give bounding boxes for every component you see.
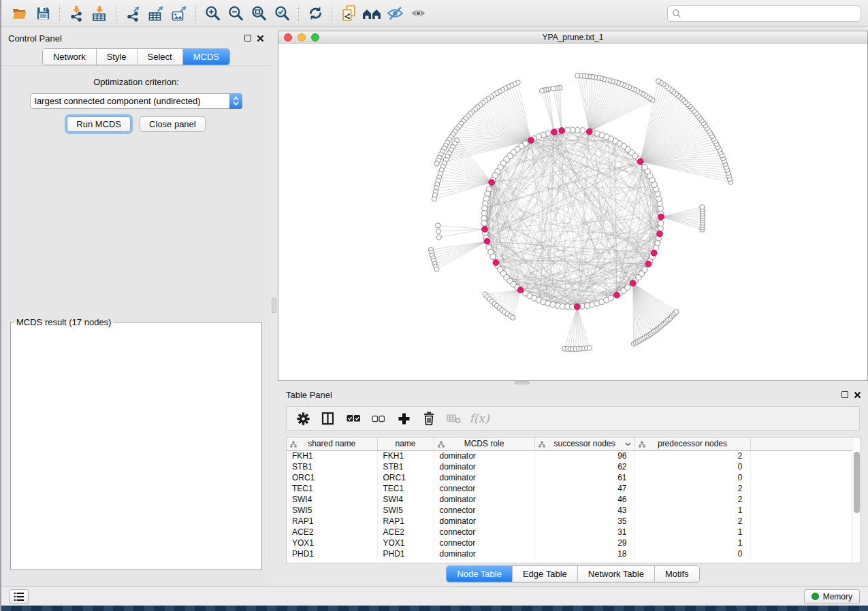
table-cell[interactable]: 96 bbox=[534, 450, 634, 461]
table-cell[interactable]: STB1 bbox=[377, 461, 434, 472]
close-panel-icon[interactable] bbox=[257, 35, 264, 42]
tab-edge-table[interactable]: Edge Table bbox=[513, 566, 578, 582]
column-header-predecessor-nodes[interactable]: predecessor nodes bbox=[634, 437, 750, 450]
table-cell[interactable]: dominator bbox=[434, 548, 534, 559]
table-settings-button[interactable] bbox=[293, 409, 312, 428]
tab-network-table[interactable]: Network Table bbox=[578, 566, 655, 582]
table-row[interactable]: SWI4SWI4dominator462 bbox=[287, 494, 853, 505]
table-cell[interactable]: 2 bbox=[634, 516, 750, 527]
table-cell[interactable]: TEC1 bbox=[287, 483, 377, 494]
zoom-selected-button[interactable] bbox=[270, 3, 293, 24]
network-graph[interactable] bbox=[278, 44, 868, 380]
tab-network[interactable]: Network bbox=[43, 49, 97, 65]
table-cell[interactable]: 0 bbox=[634, 472, 750, 483]
float-panel-icon[interactable] bbox=[244, 35, 251, 42]
criterion-select[interactable]: largest connected component (undirected) bbox=[30, 93, 242, 109]
import-table-button[interactable] bbox=[88, 3, 111, 24]
table-cell[interactable]: 2 bbox=[634, 450, 750, 461]
table-cell[interactable]: SWI5 bbox=[287, 505, 377, 516]
table-cell[interactable]: 61 bbox=[534, 472, 634, 483]
table-row[interactable]: ORC1ORC1dominator610 bbox=[287, 472, 853, 483]
horizontal-splitter[interactable] bbox=[278, 381, 868, 384]
table-cell[interactable]: SWI5 bbox=[377, 505, 434, 516]
table-cell[interactable]: PHD1 bbox=[287, 548, 377, 559]
table-row[interactable]: FKH1FKH1dominator962 bbox=[287, 450, 853, 461]
clone-network-button[interactable] bbox=[337, 3, 360, 24]
table-cell[interactable]: SWI4 bbox=[287, 494, 377, 505]
table-cell[interactable]: 35 bbox=[534, 516, 634, 527]
deselect-all-button[interactable] bbox=[369, 409, 388, 428]
search-input[interactable] bbox=[681, 9, 856, 18]
memory-button[interactable]: Memory bbox=[804, 589, 860, 604]
table-cell[interactable]: connector bbox=[434, 505, 534, 516]
function-builder-button[interactable]: f(x) bbox=[470, 409, 489, 428]
table-cell[interactable]: YOX1 bbox=[377, 538, 434, 548]
table-cell[interactable]: connector bbox=[434, 483, 534, 494]
table-cell[interactable]: FKH1 bbox=[287, 450, 377, 461]
table-cell[interactable]: ACE2 bbox=[377, 527, 434, 538]
table-cell[interactable]: ORC1 bbox=[287, 472, 377, 483]
zoom-out-button[interactable] bbox=[224, 3, 247, 24]
import-network-button[interactable] bbox=[65, 3, 88, 24]
float-panel-icon[interactable] bbox=[841, 391, 848, 398]
vertical-splitter[interactable] bbox=[271, 27, 278, 587]
close-panel-icon[interactable] bbox=[854, 391, 861, 399]
column-header-successor-nodes[interactable]: successor nodes bbox=[534, 437, 634, 450]
table-row[interactable]: PHD1PHD1dominator180 bbox=[287, 548, 853, 559]
open-session-button[interactable] bbox=[8, 3, 31, 24]
table-cell[interactable]: 2 bbox=[634, 483, 750, 494]
table-row[interactable]: STB1STB1dominator620 bbox=[287, 461, 853, 472]
table-row[interactable]: YOX1YOX1connector291 bbox=[287, 538, 853, 548]
table-cell[interactable]: TEC1 bbox=[377, 483, 434, 494]
table-cell[interactable]: 46 bbox=[534, 494, 634, 505]
select-all-button[interactable] bbox=[344, 409, 363, 428]
export-network-button[interactable] bbox=[121, 3, 144, 24]
tab-select[interactable]: Select bbox=[138, 49, 183, 65]
tab-mcds[interactable]: MCDS bbox=[183, 49, 229, 65]
save-session-button[interactable] bbox=[31, 3, 54, 24]
table-cell[interactable]: RAP1 bbox=[287, 516, 377, 527]
table-cell[interactable]: 0 bbox=[634, 461, 750, 472]
export-image-button[interactable] bbox=[167, 3, 191, 24]
table-cell[interactable]: 29 bbox=[534, 538, 634, 548]
table-row[interactable]: SWI5SWI5connector431 bbox=[287, 505, 853, 516]
column-header-shared-name[interactable]: shared name bbox=[287, 437, 377, 450]
table-cell[interactable]: 31 bbox=[534, 527, 634, 538]
table-cell[interactable]: ORC1 bbox=[377, 472, 434, 483]
table-cell[interactable]: 1 bbox=[634, 538, 750, 548]
splitter-grip[interactable] bbox=[272, 298, 276, 313]
table-cell[interactable]: 62 bbox=[534, 461, 634, 472]
close-panel-button[interactable]: Close panel bbox=[140, 116, 206, 132]
add-column-button[interactable] bbox=[394, 409, 413, 428]
column-header-name[interactable]: name bbox=[377, 437, 434, 450]
search-networks-button[interactable] bbox=[360, 3, 383, 24]
table-cell[interactable]: 47 bbox=[534, 483, 634, 494]
delete-columns-button[interactable] bbox=[419, 409, 438, 428]
tab-style[interactable]: Style bbox=[97, 49, 138, 65]
table-row[interactable]: ACE2ACE2connector311 bbox=[287, 527, 853, 538]
table-scrollbar-thumb[interactable] bbox=[854, 452, 860, 513]
table-cell[interactable]: 43 bbox=[534, 505, 634, 516]
show-all-button[interactable] bbox=[406, 3, 430, 24]
table-cell[interactable]: 1 bbox=[634, 505, 750, 516]
table-cell[interactable]: dominator bbox=[434, 461, 534, 472]
table-cell[interactable]: RAP1 bbox=[377, 516, 434, 527]
column-header-mcds-role[interactable]: MCDS role bbox=[434, 437, 534, 450]
tab-motifs[interactable]: Motifs bbox=[655, 566, 699, 582]
table-cell[interactable]: dominator bbox=[434, 472, 534, 483]
table-row[interactable]: TEC1TEC1connector472 bbox=[287, 483, 853, 494]
delete-table-button[interactable] bbox=[445, 409, 464, 428]
zoom-fit-button[interactable] bbox=[247, 3, 270, 24]
table-cell[interactable]: 18 bbox=[534, 548, 634, 559]
hide-selected-button[interactable] bbox=[383, 3, 406, 24]
zoom-in-button[interactable] bbox=[201, 3, 224, 24]
show-columns-button[interactable] bbox=[319, 409, 338, 428]
table-scrollbar[interactable] bbox=[852, 437, 861, 563]
table-cell[interactable]: SWI4 bbox=[377, 494, 434, 505]
table-cell[interactable]: FKH1 bbox=[377, 450, 434, 461]
splitter-grip[interactable] bbox=[515, 381, 530, 384]
export-table-button[interactable] bbox=[144, 3, 167, 24]
table-cell[interactable]: connector bbox=[434, 527, 534, 538]
table-row[interactable]: RAP1RAP1dominator352 bbox=[287, 516, 853, 527]
run-mcds-button[interactable]: Run MCDS bbox=[67, 116, 131, 132]
